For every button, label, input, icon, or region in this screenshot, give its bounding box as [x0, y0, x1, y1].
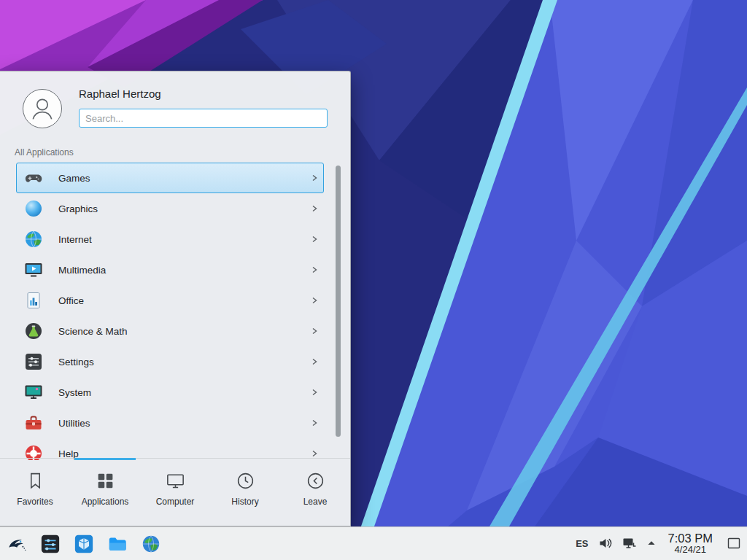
- active-tab-indicator: [74, 458, 136, 460]
- kali-logo-icon: [7, 534, 27, 554]
- document-chart-icon: [24, 291, 43, 310]
- leave-icon: [306, 471, 325, 491]
- submenu-arrow-icon: [309, 203, 320, 214]
- terminal-sliders-icon: [40, 534, 61, 554]
- submenu-arrow-icon: [309, 295, 320, 306]
- category-system[interactable]: System: [16, 377, 324, 408]
- show-desktop-icon: [727, 536, 741, 551]
- toolbox-icon: [24, 413, 43, 432]
- submenu-arrow-icon: [309, 386, 320, 398]
- taskbar-panel: ES 7:03 PM 4/24/21: [0, 526, 747, 560]
- sphere-icon: [24, 199, 43, 218]
- user-avatar[interactable]: [23, 89, 62, 128]
- tab-applications[interactable]: Applications: [70, 459, 140, 526]
- category-label: Office: [58, 295, 309, 306]
- expand-tray-icon[interactable]: [646, 538, 657, 548]
- category-utilities[interactable]: Utilities: [16, 408, 324, 438]
- show-desktop-button[interactable]: [727, 536, 741, 551]
- category-graphics[interactable]: Graphics: [16, 193, 324, 224]
- clock-date: 4/24/21: [668, 545, 713, 556]
- user-name: Raphael Hertzog: [79, 88, 161, 100]
- submenu-arrow-icon: [309, 172, 320, 184]
- bookmark-icon: [26, 471, 45, 491]
- category-internet[interactable]: Internet: [16, 224, 324, 254]
- clock-icon: [236, 471, 255, 491]
- launcher-web-browser[interactable]: [140, 533, 161, 554]
- network-icon[interactable]: [622, 536, 637, 551]
- globe-icon: [24, 230, 43, 249]
- submenu-arrow-icon: [309, 264, 320, 276]
- application-launcher-menu: Raphael Hertzog All Applications Games: [0, 71, 351, 526]
- tab-label: Applications: [82, 497, 129, 507]
- category-label: Games: [58, 173, 309, 184]
- submenu-arrow-icon: [309, 417, 320, 429]
- desktop: Raphael Hertzog All Applications Games: [0, 0, 747, 560]
- section-label: All Applications: [15, 147, 74, 158]
- category-settings[interactable]: Settings: [16, 346, 324, 377]
- category-label: Graphics: [58, 203, 309, 214]
- launcher-file-manager[interactable]: [107, 533, 128, 554]
- digital-clock[interactable]: 7:03 PM 4/24/21: [668, 532, 713, 556]
- submenu-arrow-icon: [309, 325, 320, 337]
- category-label: Internet: [58, 234, 309, 245]
- browser-globe-icon: [141, 534, 161, 554]
- keyboard-layout-indicator[interactable]: ES: [576, 538, 588, 549]
- category-science-math[interactable]: Science & Math: [16, 316, 324, 346]
- launcher-terminal[interactable]: [39, 533, 61, 554]
- tab-label: History: [231, 497, 258, 507]
- computer-icon: [166, 471, 185, 491]
- category-label: Settings: [58, 357, 309, 368]
- person-icon: [26, 93, 58, 125]
- tab-label: Favorites: [17, 497, 53, 507]
- search-input[interactable]: [79, 109, 328, 128]
- flask-icon: [24, 322, 43, 341]
- volume-icon[interactable]: [598, 536, 613, 551]
- launcher-software[interactable]: [73, 533, 94, 554]
- kali-menu-button[interactable]: [6, 533, 27, 554]
- tab-label: Computer: [156, 497, 195, 507]
- clock-time: 7:03 PM: [668, 532, 713, 545]
- category-games[interactable]: Games: [16, 163, 324, 193]
- monitor-icon: [24, 383, 43, 402]
- sliders-icon: [24, 352, 43, 371]
- category-office[interactable]: Office: [16, 285, 324, 316]
- tab-history[interactable]: History: [210, 459, 280, 526]
- category-label: Utilities: [58, 418, 309, 429]
- folder-icon: [107, 534, 128, 554]
- gamepad-icon: [24, 168, 43, 187]
- category-multimedia[interactable]: Multimedia: [16, 254, 324, 285]
- submenu-arrow-icon: [309, 356, 320, 368]
- submenu-arrow-icon: [309, 233, 320, 245]
- system-tray: ES 7:03 PM 4/24/21: [576, 532, 741, 556]
- category-list: Games Graphics: [0, 163, 350, 460]
- category-label: Science & Math: [58, 326, 309, 337]
- category-label: Multimedia: [58, 265, 309, 276]
- grid-icon: [96, 471, 115, 491]
- tab-favorites[interactable]: Favorites: [0, 459, 70, 526]
- software-box-icon: [74, 534, 94, 554]
- scrollbar[interactable]: [336, 166, 341, 437]
- category-label: System: [58, 387, 309, 398]
- tab-leave[interactable]: Leave: [280, 459, 350, 526]
- category-help[interactable]: Help: [16, 438, 324, 460]
- panel-launchers: [6, 533, 161, 554]
- launcher-tabbar: Favorites Applications Computer: [0, 458, 350, 526]
- monitor-play-icon: [24, 260, 43, 279]
- tab-label: Leave: [303, 497, 328, 507]
- tab-computer[interactable]: Computer: [140, 459, 210, 526]
